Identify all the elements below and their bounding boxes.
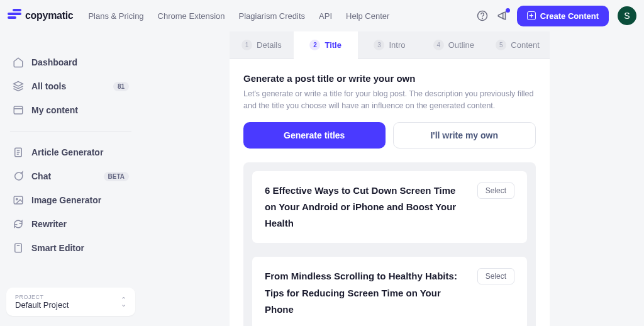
sidebar-item-label: Smart Editor — [31, 243, 129, 253]
logo-icon — [8, 9, 21, 23]
sidebar-item-label: Dashboard — [31, 57, 129, 67]
svg-rect-10 — [15, 244, 22, 252]
tab-num: 3 — [374, 40, 384, 50]
generate-titles-button[interactable]: Generate titles — [243, 122, 386, 149]
wizard-tabs: 1 Details 2 Title 3 Intro 4 Outline 5 Co… — [230, 31, 550, 59]
sidebar-item-label: Chat — [31, 171, 96, 181]
tab-content[interactable]: 5 Content — [486, 31, 550, 59]
project-selector[interactable]: PROJECT Default Project ⌃⌄ — [6, 288, 135, 316]
image-icon — [13, 194, 24, 206]
logo-text: copymatic — [25, 10, 73, 21]
title-card: From Mindless Scrolling to Healthy Habit… — [252, 257, 527, 326]
avatar-initial: S — [624, 11, 630, 21]
sidebar-item-article[interactable]: Article Generator — [10, 140, 131, 164]
help-icon[interactable] — [477, 10, 488, 21]
tab-intro[interactable]: 3 Intro — [358, 31, 422, 59]
sidebar-item-label: Article Generator — [31, 147, 129, 157]
svg-point-1 — [482, 18, 482, 19]
chat-icon — [13, 171, 24, 182]
tab-outline[interactable]: 4 Outline — [421, 31, 486, 59]
tab-label: Outline — [448, 40, 474, 50]
badge-beta: BETA — [104, 172, 129, 181]
panel-description: Let's generate or write a title for your… — [243, 88, 536, 112]
sidebar-item-image[interactable]: Image Generator — [10, 188, 131, 212]
project-label: PROJECT — [15, 294, 121, 300]
tab-num: 4 — [433, 40, 444, 50]
badge-count: 81 — [113, 82, 129, 91]
create-content-button[interactable]: + Create Content — [517, 6, 609, 26]
plus-icon: + — [527, 11, 536, 20]
sidebar-item-label: My content — [31, 105, 129, 115]
sidebar-item-dashboard[interactable]: Dashboard — [10, 50, 131, 74]
notification-dot — [506, 8, 510, 13]
tab-label: Details — [257, 40, 282, 50]
tab-label: Content — [511, 40, 540, 50]
chevron-updown-icon: ⌃⌄ — [121, 298, 126, 306]
announcement-icon[interactable] — [497, 10, 508, 21]
document-icon — [13, 147, 24, 158]
sidebar-item-chat[interactable]: Chat BETA — [10, 164, 131, 188]
sidebar-item-mycontent[interactable]: My content — [10, 98, 131, 122]
sidebar-item-label: Rewriter — [31, 219, 129, 229]
project-name: Default Project — [15, 300, 121, 310]
sidebar-item-label: Image Generator — [31, 195, 129, 205]
svg-point-9 — [16, 198, 18, 200]
nav-plagiarism[interactable]: Plagiarism Credits — [239, 11, 305, 21]
sidebar-item-alltools[interactable]: All tools 81 — [10, 74, 131, 98]
title-text: From Mindless Scrolling to Healthy Habit… — [265, 268, 466, 318]
avatar[interactable]: S — [618, 6, 636, 25]
layers-icon — [13, 81, 24, 92]
select-title-button[interactable]: Select — [477, 183, 514, 199]
nav-api[interactable]: API — [319, 11, 332, 21]
svg-rect-3 — [14, 106, 23, 114]
sidebar-item-smarteditor[interactable]: Smart Editor — [10, 236, 131, 260]
home-icon — [13, 57, 24, 68]
tab-details[interactable]: 1 Details — [230, 31, 294, 59]
sidebar: Dashboard All tools 81 My content Articl… — [0, 31, 142, 326]
nav-plans[interactable]: Plans & Pricing — [88, 11, 143, 21]
svg-marker-2 — [14, 82, 23, 87]
nav-chrome[interactable]: Chrome Extension — [158, 11, 225, 21]
main-content: 1 Details 2 Title 3 Intro 4 Outline 5 Co… — [142, 31, 644, 326]
tab-title[interactable]: 2 Title — [294, 31, 358, 59]
create-content-label: Create Content — [540, 11, 599, 21]
tab-num: 1 — [242, 40, 252, 50]
sidebar-item-rewriter[interactable]: Rewriter — [10, 212, 131, 236]
tab-num: 2 — [309, 40, 320, 50]
logo[interactable]: copymatic — [8, 9, 73, 23]
title-text: 6 Effective Ways to Cut Down Screen Time… — [265, 183, 466, 232]
sidebar-separator — [10, 131, 131, 132]
tab-label: Title — [325, 40, 341, 50]
select-title-button[interactable]: Select — [477, 268, 514, 284]
panel-heading: Generate a post title or write your own — [243, 73, 536, 84]
folder-icon — [13, 104, 24, 116]
sidebar-item-label: All tools — [31, 81, 106, 91]
write-own-button[interactable]: I'll write my own — [393, 122, 536, 149]
tab-num: 5 — [496, 40, 506, 50]
nav-help[interactable]: Help Center — [346, 11, 389, 21]
editor-icon — [13, 242, 24, 254]
tab-label: Intro — [389, 40, 405, 50]
title-results: 6 Effective Ways to Cut Down Screen Time… — [243, 162, 536, 327]
title-card: 6 Effective Ways to Cut Down Screen Time… — [252, 171, 527, 244]
refresh-icon — [13, 218, 24, 230]
